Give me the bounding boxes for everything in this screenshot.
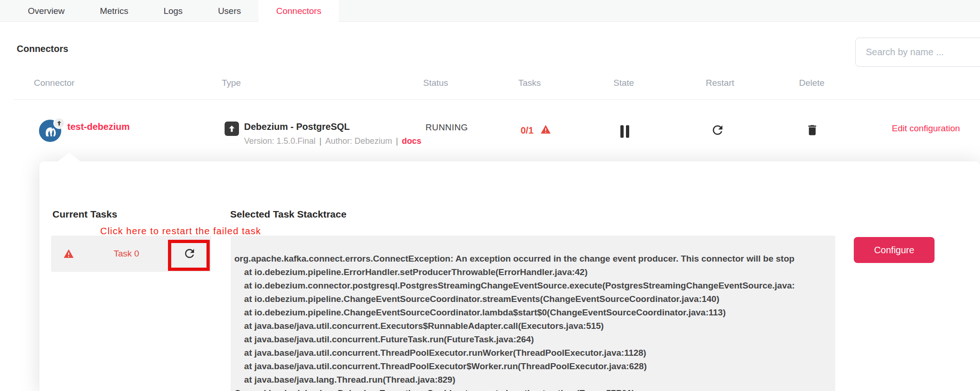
- stacktrace-line: at java.base/java.lang.Thread.run(Thread…: [234, 373, 831, 386]
- stacktrace-panel: org.apache.kafka.connect.errors.ConnectE…: [231, 236, 835, 391]
- stacktrace-line: at java.base/java.util.concurrent.Thread…: [234, 359, 831, 373]
- connector-author: Author: Debezium: [325, 136, 392, 146]
- restart-connector-icon[interactable]: [710, 123, 725, 137]
- connector-details-card: Current Tasks Selected Task Stacktrace C…: [39, 161, 980, 391]
- card-caret: [57, 153, 81, 162]
- stacktrace-line: org.apache.kafka.connect.errors.ConnectE…: [234, 252, 831, 265]
- meta-separator: |: [316, 136, 325, 146]
- task-warning-icon: [63, 248, 75, 259]
- arrow-up-icon: [227, 124, 236, 133]
- stacktrace-line: at java.base/java.util.concurrent.Future…: [234, 333, 831, 346]
- connector-version: Version: 1.5.0.Final: [244, 136, 316, 146]
- stacktrace-line: at io.debezium.pipeline.ChangeEventSourc…: [234, 306, 831, 319]
- pause-state-button[interactable]: [620, 125, 629, 138]
- tasks-count: 0/1: [521, 125, 534, 136]
- connector-upload-badge: [53, 117, 65, 129]
- pause-bar: [620, 125, 624, 138]
- connector-type-name: Debezium - PostgreSQL: [244, 122, 350, 132]
- current-tasks-title: Current Tasks: [52, 209, 117, 220]
- stacktrace-line: at java.base/java.util.concurrent.Thread…: [234, 346, 831, 359]
- column-header-tasks: Tasks: [518, 78, 541, 88]
- column-header-state: State: [613, 78, 634, 88]
- stacktrace-line: at io.debezium.pipeline.ErrorHandler.set…: [234, 265, 831, 279]
- annotation-text: Click here to restart the failed task: [100, 226, 261, 237]
- source-connector-icon: [225, 122, 239, 136]
- docs-link[interactable]: docs: [402, 136, 421, 146]
- pause-bar: [626, 125, 629, 138]
- stacktrace-line: at java.base/java.util.concurrent.Execut…: [234, 319, 831, 333]
- page-title: Connectors: [17, 44, 68, 54]
- arrow-up-icon: [56, 120, 63, 127]
- task-label: Task 0: [114, 249, 139, 259]
- tasks-warning-icon: [540, 124, 552, 135]
- tab-users[interactable]: Users: [200, 0, 259, 22]
- connector-type-meta: Version: 1.5.0.Final|Author: Debezium|do…: [244, 136, 421, 146]
- column-header-restart: Restart: [706, 78, 734, 88]
- status-value: RUNNING: [426, 122, 468, 133]
- tab-overview[interactable]: Overview: [10, 0, 82, 22]
- meta-separator: |: [392, 136, 402, 146]
- delete-connector-icon[interactable]: [806, 123, 819, 137]
- search-input[interactable]: [855, 38, 980, 67]
- top-nav: Overview Metrics Logs Users Connectors: [0, 0, 980, 22]
- stacktrace-line: at io.debezium.connector.postgresql.Post…: [234, 279, 831, 292]
- tab-metrics[interactable]: Metrics: [82, 0, 146, 22]
- connector-name-link[interactable]: test-debezium: [67, 122, 129, 132]
- column-header-connector: Connector: [34, 78, 75, 88]
- configure-button[interactable]: Configure: [854, 237, 935, 263]
- connectors-page: Overview Metrics Logs Users Connectors C…: [0, 0, 980, 391]
- edit-configuration-link[interactable]: Edit configuration: [892, 123, 960, 134]
- column-header-delete: Delete: [799, 78, 825, 88]
- column-header-status: Status: [423, 78, 448, 88]
- table-header-divider: [14, 99, 980, 100]
- tab-connectors[interactable]: Connectors: [258, 0, 339, 22]
- tab-logs[interactable]: Logs: [146, 0, 200, 22]
- annotation-highlight-box: [168, 240, 210, 271]
- stacktrace-line: Caused by: io.debezium.DebeziumException…: [234, 386, 831, 391]
- connector-logo: [39, 120, 61, 142]
- stacktrace-line: at io.debezium.pipeline.ChangeEventSourc…: [234, 292, 831, 306]
- stacktrace-title: Selected Task Stacktrace: [230, 209, 347, 220]
- column-header-type: Type: [222, 78, 241, 88]
